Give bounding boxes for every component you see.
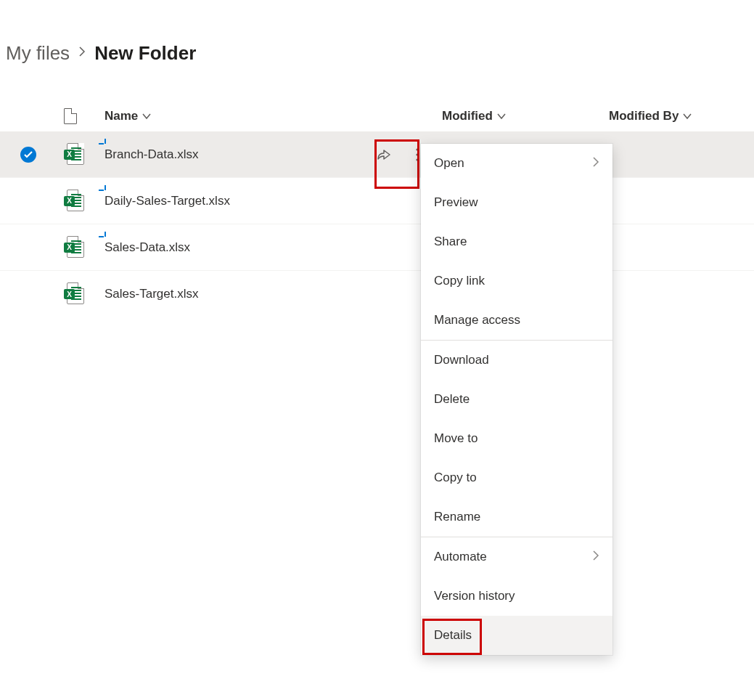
excel-icon: X <box>64 190 84 213</box>
menu-item-share[interactable]: Share <box>421 222 612 261</box>
breadcrumb: My files New Folder <box>0 0 754 65</box>
breadcrumb-parent-link[interactable]: My files <box>6 42 70 65</box>
file-name-label: Branch-Data.xlsx <box>105 147 198 162</box>
menu-item-label: Version history <box>434 589 515 603</box>
menu-item-open[interactable]: Open <box>421 144 612 183</box>
chevron-down-icon <box>497 109 506 123</box>
file-icon <box>64 108 77 124</box>
menu-item-rename[interactable]: Rename <box>421 497 612 537</box>
chevron-right-icon <box>592 156 599 171</box>
file-row[interactable]: X Sales-Data.xlsx <box>0 224 754 271</box>
menu-item-label: Manage access <box>434 313 520 327</box>
breadcrumb-parent-label: My files <box>6 42 70 64</box>
menu-item-copy-link[interactable]: Copy link <box>421 261 612 301</box>
menu-item-move-to[interactable]: Move to <box>421 419 612 458</box>
breadcrumb-current-label: New Folder <box>94 42 196 65</box>
excel-icon: X <box>64 236 84 259</box>
checkmark-icon <box>20 147 36 163</box>
file-name-cell[interactable]: Sales-Target.xlsx <box>105 287 355 301</box>
column-modified-header[interactable]: Modified <box>442 109 609 123</box>
file-row[interactable]: X Daily-Sales-Target.xlsx <box>0 178 754 224</box>
column-name-label: Name <box>105 109 138 123</box>
svg-point-3 <box>416 153 418 155</box>
file-row[interactable]: X Branch-Data.xlsx <box>0 131 754 178</box>
menu-item-label: Details <box>434 628 472 643</box>
file-name-cell[interactable]: Sales-Data.xlsx <box>105 240 355 255</box>
row-select[interactable] <box>20 147 64 163</box>
menu-item-download[interactable]: Download <box>421 341 612 380</box>
share-icon[interactable] <box>375 146 391 163</box>
chevron-right-icon <box>78 46 86 61</box>
excel-icon: X <box>64 143 84 166</box>
column-modified-label: Modified <box>442 109 493 123</box>
menu-item-label: Delete <box>434 392 470 407</box>
column-name-header[interactable]: Name <box>105 109 442 123</box>
file-type-cell: X <box>64 282 105 306</box>
file-name-cell[interactable]: Branch-Data.xlsx <box>105 147 355 162</box>
column-modifiedby-header[interactable]: Modified By <box>609 109 754 123</box>
chevron-right-icon <box>592 550 599 564</box>
new-item-indicator-icon <box>99 139 109 149</box>
column-modifiedby-label: Modified By <box>609 109 679 123</box>
menu-item-label: Copy link <box>434 274 485 288</box>
menu-item-label: Automate <box>434 550 487 564</box>
file-list: Name Modified Modified By X <box>0 101 754 317</box>
menu-item-label: Share <box>434 235 467 249</box>
new-item-indicator-icon <box>99 232 109 242</box>
menu-item-label: Rename <box>434 510 480 524</box>
menu-item-manage-access[interactable]: Manage access <box>421 301 612 340</box>
menu-item-copy-to[interactable]: Copy to <box>421 458 612 497</box>
file-row[interactable]: X Sales-Target.xlsx <box>0 271 754 317</box>
chevron-down-icon <box>142 109 151 123</box>
table-header-row: Name Modified Modified By <box>0 101 754 131</box>
menu-item-version-history[interactable]: Version history <box>421 577 612 616</box>
file-name-label: Daily-Sales-Target.xlsx <box>105 194 230 208</box>
file-name-cell[interactable]: Daily-Sales-Target.xlsx <box>105 194 355 208</box>
menu-item-label: Preview <box>434 195 478 210</box>
menu-item-automate[interactable]: Automate <box>421 537 612 577</box>
menu-item-label: Open <box>434 156 464 171</box>
menu-item-label: Move to <box>434 431 478 446</box>
svg-point-4 <box>416 158 418 160</box>
column-filetype <box>64 108 105 124</box>
file-name-label: Sales-Data.xlsx <box>105 240 190 255</box>
menu-item-delete[interactable]: Delete <box>421 380 612 419</box>
menu-item-label: Download <box>434 353 489 367</box>
chevron-down-icon <box>683 109 692 123</box>
excel-icon: X <box>64 282 84 306</box>
new-item-indicator-icon <box>99 185 109 195</box>
context-menu: Open Preview Share Copy link Manage acce… <box>421 144 612 655</box>
menu-item-details[interactable]: Details <box>421 616 612 655</box>
file-name-label: Sales-Target.xlsx <box>105 287 198 301</box>
svg-point-2 <box>416 148 418 150</box>
menu-item-label: Copy to <box>434 471 477 485</box>
menu-item-preview[interactable]: Preview <box>421 183 612 222</box>
